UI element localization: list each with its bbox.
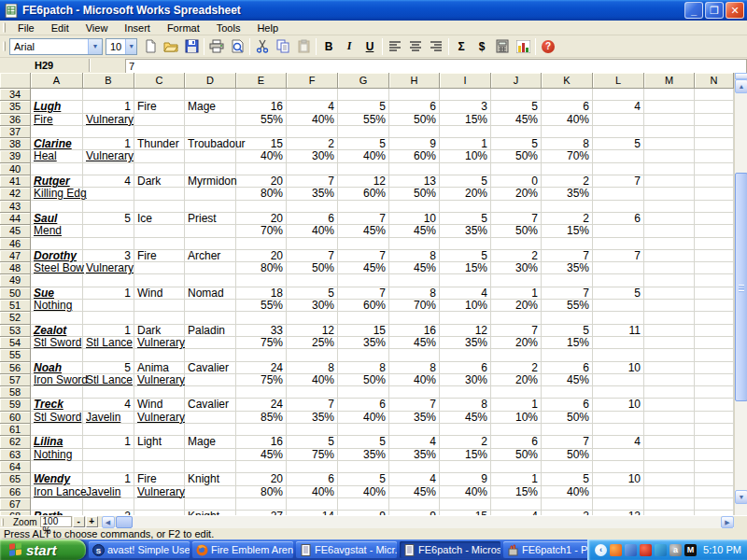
- align-center-button[interactable]: [405, 37, 426, 56]
- cell-H61[interactable]: [389, 424, 440, 436]
- messenger-icon[interactable]: [610, 544, 622, 556]
- cell-D38[interactable]: Troubadour: [185, 138, 236, 150]
- print-preview-button[interactable]: [227, 37, 247, 56]
- vertical-scrollbar[interactable]: ▲ ▼: [734, 73, 747, 515]
- cell-D63[interactable]: [185, 449, 236, 461]
- cell-J44[interactable]: 7: [491, 213, 542, 225]
- row-header-46[interactable]: 46: [0, 238, 31, 250]
- cell-D43[interactable]: [185, 201, 236, 213]
- cell-L60[interactable]: [593, 412, 644, 424]
- cell-E49[interactable]: [236, 274, 287, 287]
- cell-A35[interactable]: Lugh: [31, 101, 83, 113]
- cell-F67[interactable]: [287, 498, 338, 511]
- new-chart-button[interactable]: [513, 37, 533, 56]
- cell-H49[interactable]: [389, 274, 440, 287]
- cell-K52[interactable]: [542, 312, 593, 324]
- cell-E43[interactable]: [236, 201, 287, 213]
- agent-icon[interactable]: a: [669, 544, 682, 556]
- cell-N60[interactable]: [695, 412, 734, 424]
- cell-H54[interactable]: 45%: [389, 337, 440, 349]
- cell-B64[interactable]: [83, 461, 134, 473]
- cell-I52[interactable]: [440, 312, 491, 324]
- menu-insert[interactable]: Insert: [116, 21, 159, 35]
- cell-L48[interactable]: [593, 262, 644, 274]
- cell-E64[interactable]: [236, 461, 287, 473]
- cell-F36[interactable]: 40%: [287, 114, 338, 126]
- cell-K46[interactable]: [542, 238, 593, 250]
- cell-C36[interactable]: [134, 114, 185, 126]
- cell-B50[interactable]: 1: [83, 287, 134, 300]
- chevron-down-icon[interactable]: ▼: [125, 39, 136, 54]
- scroll-up-arrow-icon[interactable]: ▲: [735, 79, 747, 93]
- cell-F54[interactable]: 25%: [287, 337, 338, 349]
- cell-L58[interactable]: [593, 386, 644, 399]
- cell-G62[interactable]: 5: [338, 436, 389, 448]
- cut-button[interactable]: [252, 37, 273, 56]
- cell-E65[interactable]: 20: [236, 473, 287, 485]
- cell-E45[interactable]: 70%: [236, 225, 287, 237]
- cell-M46[interactable]: [644, 238, 695, 250]
- cell-C35[interactable]: Fire: [134, 101, 185, 113]
- column-header-F[interactable]: F: [287, 73, 338, 89]
- cell-K54[interactable]: 15%: [542, 337, 593, 349]
- easy-calc-button[interactable]: [492, 37, 513, 56]
- cell-J46[interactable]: [491, 238, 542, 250]
- cell-C41[interactable]: Dark: [134, 175, 185, 188]
- cell-J68[interactable]: 4: [491, 511, 542, 515]
- row-header-61[interactable]: 61: [0, 424, 31, 436]
- cell-D67[interactable]: [185, 498, 236, 511]
- cell-L59[interactable]: 10: [593, 399, 644, 411]
- cell-N41[interactable]: [695, 175, 734, 188]
- cell-D58[interactable]: [185, 386, 236, 399]
- cell-F63[interactable]: 75%: [287, 449, 338, 461]
- cell-B61[interactable]: [83, 424, 134, 436]
- cell-A43[interactable]: [31, 201, 83, 213]
- cell-F42[interactable]: 35%: [287, 188, 338, 200]
- row-header-68[interactable]: 68: [0, 511, 31, 515]
- cell-I51[interactable]: 10%: [440, 300, 491, 312]
- taskbar-button-3[interactable]: FE6avgstat - Micr...: [296, 541, 397, 558]
- cell-reference-box[interactable]: H29: [0, 60, 89, 71]
- cell-L57[interactable]: [593, 374, 644, 386]
- cell-M68[interactable]: [644, 511, 695, 515]
- cell-L67[interactable]: [593, 498, 644, 511]
- cell-D42[interactable]: [185, 188, 236, 200]
- cell-J54[interactable]: 20%: [491, 337, 542, 349]
- cell-F35[interactable]: 4: [287, 101, 338, 113]
- cell-K61[interactable]: [542, 424, 593, 436]
- cell-M43[interactable]: [644, 201, 695, 213]
- cell-K40[interactable]: [542, 163, 593, 175]
- row-header-64[interactable]: 64: [0, 461, 31, 473]
- menu-tools[interactable]: Tools: [208, 21, 249, 35]
- cell-K36[interactable]: 40%: [542, 114, 593, 126]
- row-header-65[interactable]: 65: [0, 473, 31, 485]
- horizontal-scroll-thumb[interactable]: [116, 516, 133, 528]
- cell-H65[interactable]: 4: [389, 473, 440, 485]
- cell-H52[interactable]: [389, 312, 440, 324]
- cell-K47[interactable]: 7: [542, 250, 593, 262]
- cell-E62[interactable]: 16: [236, 436, 287, 448]
- cell-C64[interactable]: [134, 461, 185, 473]
- help-button[interactable]: ?: [538, 37, 558, 56]
- row-header-36[interactable]: 36: [0, 114, 31, 126]
- cell-G52[interactable]: [338, 312, 389, 324]
- cell-I57[interactable]: 30%: [440, 374, 491, 386]
- close-button[interactable]: ✕: [726, 2, 744, 19]
- cell-E39[interactable]: 40%: [236, 150, 287, 162]
- cell-D47[interactable]: Archer: [185, 250, 236, 262]
- cell-L52[interactable]: [593, 312, 644, 324]
- cell-D59[interactable]: Cavalier: [185, 399, 236, 411]
- cell-J55[interactable]: [491, 349, 542, 361]
- cell-D50[interactable]: Nomad: [185, 287, 236, 300]
- cell-K53[interactable]: 5: [542, 325, 593, 337]
- cell-C42[interactable]: [134, 188, 185, 200]
- cell-K62[interactable]: 7: [542, 436, 593, 448]
- cell-L40[interactable]: [593, 163, 644, 175]
- open-button[interactable]: [161, 37, 181, 56]
- cell-G61[interactable]: [338, 424, 389, 436]
- cell-F41[interactable]: 7: [287, 175, 338, 188]
- cell-J63[interactable]: 50%: [491, 449, 542, 461]
- cell-F62[interactable]: 5: [287, 436, 338, 448]
- cell-A61[interactable]: [31, 424, 83, 436]
- cell-M63[interactable]: [644, 449, 695, 461]
